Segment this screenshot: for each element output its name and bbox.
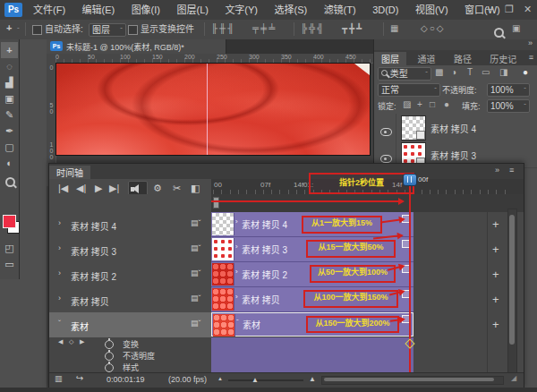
distribute-vertical-icon[interactable]: ┳╋┻ xyxy=(342,23,363,33)
filter-type-layers-icon[interactable]: T xyxy=(467,67,474,77)
menu-layer[interactable]: 图层(L) xyxy=(170,0,214,20)
scrollbar-thumb[interactable] xyxy=(509,215,515,345)
lock-transparency-icon[interactable]: ▨ xyxy=(403,99,413,109)
expand-chevron-icon[interactable]: › xyxy=(58,294,61,303)
menu-select[interactable]: 选择(S) xyxy=(268,0,314,20)
menu-file[interactable]: 文件(F) xyxy=(27,0,72,20)
maximize-button[interactable]: ❐ xyxy=(505,4,514,15)
close-button[interactable]: ✕ xyxy=(524,4,532,15)
track-options-icon[interactable]: ▤ˇ xyxy=(191,218,201,227)
expand-chevron-icon[interactable]: › xyxy=(58,218,61,227)
play-button[interactable]: ▶ xyxy=(95,183,102,194)
layer-name[interactable]: 素材 拷贝 3 xyxy=(430,149,476,162)
pen-tool[interactable]: ✒ xyxy=(1,123,18,139)
fill-dropdown[interactable]: 100% ˇ xyxy=(487,99,530,113)
healing-brush-tool[interactable]: ▟ xyxy=(1,74,18,90)
menu-image[interactable]: 图像(I) xyxy=(125,0,166,20)
first-frame-button[interactable]: |◀ xyxy=(58,183,68,194)
next-keyframe-icon[interactable]: ▶ xyxy=(80,338,84,345)
collapse-panels-icon[interactable]: » xyxy=(528,38,533,47)
timeline-settings-gear-icon[interactable]: ⚙ xyxy=(153,183,162,194)
zoom-slider-thumb[interactable]: ▲ xyxy=(251,376,259,384)
zoom-tool[interactable] xyxy=(5,175,15,191)
filter-type-dropdown[interactable]: 类型 ˇ xyxy=(378,67,431,81)
collapse-chevron-icon[interactable]: ˇ xyxy=(58,319,61,328)
property-row-opacity[interactable]: 不透明度 xyxy=(49,349,211,362)
document-tab[interactable]: Ps 未标题-1 @ 100%(素材, RGB/8)* xyxy=(47,39,226,54)
horizontal-scrollbar[interactable] xyxy=(321,376,504,385)
property-row-style[interactable]: 样式 xyxy=(49,361,211,373)
clip-chevron-icon[interactable]: ˇ xyxy=(236,318,239,326)
add-keyframe-diamond-icon[interactable]: ◇ xyxy=(69,338,73,345)
align-vertical-centers-icon[interactable]: ╤╪╧ xyxy=(252,23,277,33)
timeline-menu-icon[interactable]: ≡ xyxy=(509,166,514,175)
brush-tool[interactable]: ✎ xyxy=(1,107,18,123)
track-options-icon[interactable]: ▤ˇ xyxy=(191,268,201,277)
track-options-icon[interactable]: ▤ˇ xyxy=(191,243,201,252)
search-icon[interactable] xyxy=(494,28,504,38)
clip-chevron-icon[interactable]: › xyxy=(235,243,238,251)
zoom-out-mountain-icon[interactable]: ▲ xyxy=(217,376,223,381)
add-media-button[interactable]: + xyxy=(492,243,499,256)
expand-chevron-icon[interactable]: › xyxy=(58,243,61,252)
menu-window[interactable]: 窗口(W) xyxy=(458,0,507,20)
visibility-eye-icon[interactable] xyxy=(380,128,392,136)
vertical-scrollbar[interactable] xyxy=(507,209,517,374)
menu-edit[interactable]: 编辑(E) xyxy=(76,0,122,20)
layer-row[interactable]: 素材 拷贝 4 xyxy=(374,114,537,141)
previous-keyframe-icon[interactable]: ◀ xyxy=(58,338,63,345)
clip-chevron-icon[interactable]: › xyxy=(235,268,238,276)
track-options-icon[interactable]: ▤ˇ xyxy=(191,319,201,328)
filter-smart-objects-icon[interactable]: ◨ xyxy=(499,67,509,77)
playhead-marker[interactable] xyxy=(403,174,417,186)
eyedropper-tool[interactable]: ◐ xyxy=(1,155,18,171)
stopwatch-icon[interactable] xyxy=(105,340,114,349)
lock-all-icon[interactable]: ● xyxy=(444,99,451,109)
minimize-button[interactable]: ─ xyxy=(486,4,493,14)
scrollbar-thumb[interactable] xyxy=(324,378,494,381)
menu-filter[interactable]: 滤镜(T) xyxy=(318,0,362,20)
track-header-selected[interactable]: ˇ 素材 ▤ˇ xyxy=(49,312,211,338)
render-video-icon[interactable]: ↪ xyxy=(76,373,83,383)
add-media-button[interactable]: + xyxy=(492,217,499,231)
track-header[interactable]: › 素材 拷贝 ▤ˇ xyxy=(49,287,211,313)
layer-thumbnail[interactable] xyxy=(401,115,426,141)
lock-image-icon[interactable]: + xyxy=(417,99,424,109)
move-tool[interactable]: + xyxy=(1,42,18,58)
transition-icon[interactable]: ◧ xyxy=(191,183,200,194)
blend-mode-dropdown[interactable]: 正常 ˇ xyxy=(378,83,440,97)
filter-pixel-layers-icon[interactable]: ▩ xyxy=(435,67,445,77)
distribute-horizontal-icon[interactable]: ╠╬╣ xyxy=(301,23,325,33)
foreground-color-swatch[interactable] xyxy=(3,215,16,228)
lasso-tool[interactable]: ◌ xyxy=(1,58,18,74)
filter-toggle-icon[interactable]: ● xyxy=(523,67,530,77)
next-frame-button[interactable]: ▶| xyxy=(109,183,119,194)
add-media-button[interactable]: + xyxy=(492,268,499,281)
stopwatch-icon[interactable] xyxy=(105,363,114,372)
timeline-collapse-icon[interactable]: » xyxy=(495,166,499,175)
workspace-switcher-icon[interactable]: ▣ xyxy=(512,23,522,33)
work-area-start-handle[interactable] xyxy=(213,197,219,209)
filter-adjustment-layers-icon[interactable]: ◑ xyxy=(451,67,458,77)
split-clip-scissors-icon[interactable]: ✂ xyxy=(173,183,181,194)
opacity-dropdown[interactable]: 100% ˇ xyxy=(487,83,530,97)
expand-chevron-icon[interactable]: › xyxy=(58,268,61,277)
resize-grip-icon[interactable]: ◢ xyxy=(511,374,516,382)
canvas-image[interactable] xyxy=(55,63,371,156)
auto-select-checkbox[interactable] xyxy=(32,25,42,35)
property-row-transform[interactable]: ◀ ◇ ▶ 变换 xyxy=(49,337,211,350)
auto-align-icon[interactable]: ▦ xyxy=(390,23,400,33)
clip-chevron-icon[interactable]: › xyxy=(235,293,238,301)
screen-mode-icon[interactable]: ▭ xyxy=(1,256,18,272)
guide-line[interactable] xyxy=(207,64,208,155)
layer-name[interactable]: 素材 拷贝 4 xyxy=(430,122,476,135)
track-header[interactable]: › 素材 拷贝 4 ▤ˇ xyxy=(49,212,211,238)
panel-menu-icon[interactable]: ≡ xyxy=(529,53,533,62)
lock-position-icon[interactable]: □ xyxy=(430,99,437,109)
previous-frame-button[interactable]: ◀| xyxy=(76,183,86,194)
menu-type[interactable]: 文字(Y) xyxy=(218,0,264,20)
track-options-icon[interactable]: ▤ˇ xyxy=(191,294,201,303)
visibility-eye-icon[interactable] xyxy=(380,155,392,163)
zoom-in-mountain-icon[interactable]: ▲ xyxy=(309,375,316,383)
track-header[interactable]: › 素材 拷贝 3 ▤ˇ xyxy=(49,237,211,263)
